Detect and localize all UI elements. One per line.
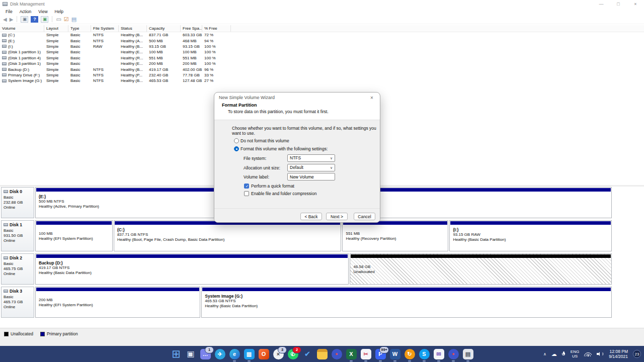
partition-unallocated[interactable]: 46.58 GBUnallocated [350, 253, 612, 285]
wifi-icon[interactable] [584, 351, 592, 356]
partition-info: Healthy (EFI System Partition) [39, 236, 110, 241]
time: 12:08 PM [609, 349, 628, 354]
partition-i[interactable]: (I:)93.15 GB RAWHealthy (Basic Data Part… [449, 220, 612, 251]
column-header-capacity[interactable]: Capacity [147, 25, 181, 32]
wizard-close-icon[interactable]: × [367, 94, 377, 102]
clock[interactable]: 12:08 PM 9/14/2021 [609, 349, 628, 359]
help-icon[interactable]: ? [31, 16, 38, 23]
cell-capacity: 100 MB [147, 50, 181, 54]
disk-label-disk-2[interactable]: Disk 2Basic465.75 GBOnline [1, 253, 34, 285]
cell-volume: (Disk 1 partition 4) [0, 56, 44, 60]
word-icon[interactable]: W [389, 348, 401, 360]
partition-healthy-recovery-partition[interactable]: 551 MBHealthy (Recovery Partition) [342, 220, 448, 251]
volume-row-disk-3-partition-1[interactable]: (Disk 3 partition 1)SimpleBasicHealthy (… [0, 61, 644, 66]
cell-volume: Backup (D:) [0, 67, 44, 72]
menu-file[interactable]: File [2, 9, 16, 14]
cell-capacity: 500 MB [147, 39, 181, 43]
cell-volume: (Disk 1 partition 1) [0, 50, 44, 54]
partition-healthy-efi-system-partition[interactable]: 100 MBHealthy (EFI System Partition) [35, 220, 113, 251]
properties-list-icon[interactable]: ▤ [71, 16, 76, 23]
office-icon[interactable]: O [258, 348, 270, 360]
check-disk-icon[interactable]: ☑ [64, 16, 69, 23]
volume-row-i[interactable]: (I:)SimpleBasicRAWHealthy (B...93.15 GB9… [0, 44, 644, 49]
snipping-tool-icon[interactable]: ✂ [360, 348, 372, 360]
volume-row-c[interactable]: (C:)SimpleBasicNTFSHealthy (B...837.71 G… [0, 32, 644, 38]
partition-title: Backup (D:) [39, 260, 346, 265]
file-explorer-icon[interactable] [316, 348, 328, 360]
feedback-hub-icon[interactable]: ↻ [404, 348, 416, 360]
allocation-unit-select[interactable]: Default ∨ [287, 164, 335, 171]
column-header-free[interactable]: % Free [202, 25, 231, 32]
volume-icon [2, 73, 7, 76]
menu-action[interactable]: Action [16, 9, 35, 14]
cell-volume: (E:) [0, 39, 44, 43]
excel-icon[interactable]: X [345, 348, 357, 360]
printer-icon[interactable]: ▤ [462, 348, 474, 360]
app-swirl-icon[interactable]: ● [331, 348, 343, 360]
partition-healthy-efi-system-partition[interactable]: 200 MBHealthy (EFI System Partition) [35, 287, 200, 318]
whatsapp-icon[interactable]: ✆2 [287, 348, 299, 360]
running-indicator [379, 360, 382, 362]
notification-center-badge[interactable]: 23 [633, 350, 641, 358]
cancel-button[interactable]: Cancel [354, 213, 375, 220]
close-button[interactable]: × [627, 0, 644, 8]
partition-info: 200 MB [39, 298, 198, 303]
chat-icon[interactable]: …1 [199, 348, 211, 360]
compression-checkbox[interactable] [244, 191, 249, 196]
skype-icon[interactable]: S [418, 348, 430, 360]
forward-icon[interactable]: ▶ [10, 16, 14, 23]
show-action-pane-icon[interactable]: ▣ [41, 16, 48, 23]
show-console-tree-icon[interactable]: ▣ [21, 16, 28, 23]
partition-c[interactable]: (C:)837.71 GB NTFSHealthy (Boot, Page Fi… [114, 220, 342, 251]
radio-format-volume[interactable] [234, 146, 239, 151]
disk-label-disk-1[interactable]: Disk 1Basic931.50 GBOnline [1, 220, 34, 251]
volume-icon [2, 56, 7, 59]
column-header-free-spa[interactable]: Free Spa... [181, 25, 202, 32]
xbox-icon[interactable]: ×3 [272, 348, 284, 360]
action-popup-icon[interactable]: ▭ [56, 16, 61, 23]
volume-row-backup-d[interactable]: Backup (D:)SimpleBasicNTFSHealthy (B...4… [0, 66, 644, 72]
window-title: Disk Management [10, 2, 45, 7]
start-icon[interactable]: ⊞ [170, 348, 182, 360]
mail-icon[interactable]: ✉ [433, 348, 445, 360]
partition-info: 46.58 GB [353, 264, 609, 269]
telegram-icon[interactable]: ✈ [214, 348, 226, 360]
back-icon[interactable]: ◀ [3, 16, 7, 23]
menu-view[interactable]: View [35, 9, 51, 14]
menu-help[interactable]: Help [51, 9, 67, 14]
task-view-icon[interactable]: ▣ [185, 348, 197, 360]
disk-label-disk-0[interactable]: Disk 0Basic232.88 GBOnline [1, 187, 34, 218]
language-indicator[interactable]: ENG US [571, 349, 579, 358]
onedrive-cloud-icon[interactable]: ☁ [551, 351, 557, 357]
partition-backup-d[interactable]: Backup (D:)419.17 GB NTFSHealthy (Basic … [35, 253, 349, 285]
quick-format-checkbox[interactable] [244, 184, 249, 189]
back-button[interactable]: < Back [300, 213, 322, 220]
app-swirl-icon-2[interactable]: ● [447, 348, 459, 360]
volume-label-input[interactable] [287, 173, 335, 180]
column-header-volume[interactable]: Volume [0, 25, 44, 32]
column-header-type[interactable]: Type [68, 25, 91, 32]
next-button[interactable]: Next > [326, 213, 348, 220]
minimize-button[interactable]: — [593, 0, 610, 8]
todo-check-icon[interactable]: ✔ [301, 348, 313, 360]
volume-row-system-image-g[interactable]: System Image (G:)SimpleBasicNTFSHealthy … [0, 78, 644, 83]
maximize-button[interactable]: □ [610, 0, 627, 8]
radio-do-not-format[interactable] [234, 138, 239, 143]
tray-chevron-up-icon[interactable]: ∧ [543, 352, 546, 356]
disk-label-disk-3[interactable]: Disk 3Basic465.73 GBOnline [1, 287, 34, 318]
column-header-status[interactable]: Status [119, 25, 147, 32]
speaker-icon[interactable] [597, 351, 604, 356]
volume-row-disk-1-partition-1[interactable]: (Disk 1 partition 1)SimpleBasicHealthy (… [0, 49, 644, 55]
volume-row-disk-1-partition-4[interactable]: (Disk 1 partition 4)SimpleBasicHealthy (… [0, 55, 644, 61]
microphone-icon[interactable] [562, 351, 566, 357]
store-icon[interactable]: ▥ [243, 348, 255, 360]
cell-layout: Simple [44, 73, 68, 77]
column-header-file-system[interactable]: File System [91, 25, 119, 32]
volume-row-primary-drive-f[interactable]: Primary Drive (F:)SimpleBasicNTFSHealthy… [0, 72, 644, 78]
volume-row-e[interactable]: (E:)SimpleBasicNTFSHealthy (A...500 MB46… [0, 38, 644, 43]
edge-icon[interactable]: e [228, 348, 240, 360]
file-system-select[interactable]: NTFS ∨ [287, 154, 335, 162]
column-header-layout[interactable]: Layout [44, 25, 68, 32]
paint-icon[interactable]: P99+ [374, 348, 386, 360]
partition-system-image-g[interactable]: System Image (G:)465.53 GB NTFSHealthy (… [201, 287, 612, 318]
